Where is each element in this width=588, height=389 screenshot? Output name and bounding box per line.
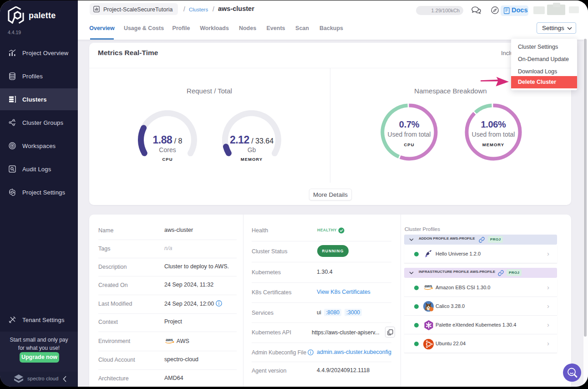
svg-text:aws: aws [166,338,173,342]
svg-text:aws: aws [425,284,432,288]
